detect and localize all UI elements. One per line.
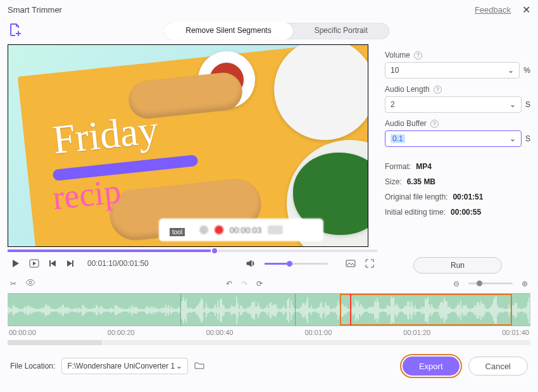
audio-length-select[interactable]: 2⌄ — [385, 96, 522, 113]
audio-buffer-select[interactable]: 0.1⌄ — [385, 130, 522, 147]
help-icon[interactable]: ? — [430, 120, 439, 128]
chevron-down-icon: ⌄ — [508, 66, 514, 75]
refresh-icon[interactable]: ⟳ — [256, 279, 263, 288]
audio-buffer-label: Audio Buffer — [385, 119, 427, 128]
volume-icon[interactable] — [246, 258, 256, 269]
volume-slider[interactable] — [265, 263, 328, 265]
prev-frame-icon[interactable] — [48, 259, 57, 268]
size-label: Size: — [385, 177, 402, 186]
zoom-slider[interactable] — [468, 282, 513, 284]
chevron-down-icon: ⌄ — [510, 134, 516, 143]
format-value: MP4 — [416, 162, 432, 171]
cancel-button[interactable]: Cancel — [468, 357, 528, 376]
zoom-in-icon[interactable]: ⊕ — [522, 279, 528, 288]
tab-remove-silent[interactable]: Remove Silent Segments — [164, 23, 292, 39]
undo-icon[interactable]: ↶ — [226, 279, 232, 288]
fullscreen-icon[interactable] — [365, 258, 375, 269]
orig-length-label: Original file length: — [385, 193, 447, 201]
mode-tabs: Remove Silent Segments Specific Portrait — [164, 23, 389, 39]
tab-specific-portrait[interactable]: Specific Portrait — [293, 23, 389, 39]
orig-length-value: 00:01:51 — [453, 193, 483, 201]
seek-bar[interactable] — [8, 250, 377, 252]
overlay-text-2: recip — [51, 172, 123, 218]
next-frame-icon[interactable] — [66, 259, 75, 268]
close-icon[interactable]: ✕ — [522, 4, 530, 16]
audio-buffer-unit: S — [525, 134, 530, 143]
eye-icon[interactable] — [25, 277, 35, 289]
scroll-overview[interactable] — [8, 340, 530, 345]
selection-region[interactable] — [340, 294, 513, 326]
redo-icon[interactable]: ↷ — [241, 279, 247, 288]
file-location-select[interactable]: F:\Wondershare UniConverter 1⌄ — [61, 358, 188, 374]
export-button[interactable]: Export — [403, 357, 460, 376]
audio-length-unit: S — [525, 100, 530, 109]
svg-rect-1 — [346, 260, 355, 267]
time-ruler: 00:00:0000:00:2000:00:4000:01:0000:01:20… — [8, 326, 530, 339]
chevron-down-icon: ⌄ — [176, 362, 182, 370]
add-file-icon[interactable] — [8, 22, 23, 39]
snapshot-icon[interactable] — [346, 258, 356, 269]
window-title: Smart Trimmer — [8, 5, 62, 15]
volume-select[interactable]: 10⌄ — [385, 62, 520, 79]
feedback-link[interactable]: Feedback — [475, 5, 511, 15]
cut-icon[interactable]: ✂ — [10, 279, 16, 288]
tool-chip: tool — [170, 228, 185, 236]
video-preview[interactable]: Friday recip 00:00:03 tool — [8, 44, 368, 247]
waveform[interactable] — [8, 293, 530, 326]
size-value: 6.35 MB — [407, 177, 435, 186]
audio-length-label: Audio Length — [385, 85, 430, 94]
format-label: Format: — [385, 162, 411, 171]
chevron-down-icon: ⌄ — [510, 100, 516, 109]
zoom-out-icon[interactable]: ⊖ — [453, 279, 460, 288]
time-readout: 00:01:10/00:01:50 — [87, 259, 149, 268]
edit-time-label: Initial editing time: — [385, 208, 446, 217]
play-next-icon[interactable] — [29, 258, 39, 269]
svg-point-2 — [29, 281, 32, 284]
volume-label: Volume — [385, 51, 410, 60]
playhead-cursor[interactable] — [350, 293, 351, 326]
run-button[interactable]: Run — [413, 257, 502, 274]
help-icon[interactable]: ? — [434, 85, 442, 94]
help-icon[interactable]: ? — [414, 51, 422, 60]
play-icon[interactable] — [10, 258, 20, 269]
volume-unit: % — [523, 66, 530, 75]
edit-time-value: 00:00:55 — [451, 208, 481, 217]
browse-folder-icon[interactable] — [194, 360, 204, 372]
file-location-label: File Location: — [10, 362, 55, 370]
